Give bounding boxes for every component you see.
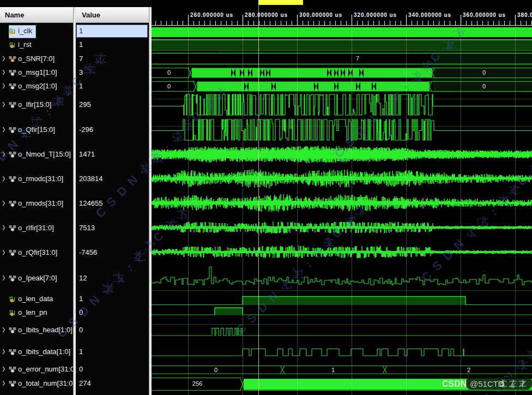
- svg-text:D: D: [114, 183, 130, 199]
- svg-text:D: D: [440, 247, 456, 263]
- svg-text:@51CTO: @51CTO: [470, 379, 504, 388]
- svg-text:C: C: [515, 173, 530, 189]
- svg-text:C: C: [69, 74, 84, 89]
- svg-text:C: C: [150, 229, 166, 245]
- svg-text:N: N: [364, 113, 379, 129]
- svg-text:C: C: [331, 145, 347, 160]
- svg-text:C: C: [329, 225, 345, 241]
- svg-text:C: C: [233, 321, 249, 337]
- svg-text:D: D: [76, 303, 92, 319]
- svg-text:C: C: [189, 109, 204, 125]
- svg-text:S: S: [104, 194, 119, 210]
- svg-text:N: N: [451, 237, 467, 253]
- svg-text:S: S: [342, 134, 358, 149]
- svg-text:C: C: [427, 49, 443, 65]
- svg-text:S: S: [244, 310, 259, 326]
- svg-text:D: D: [255, 300, 270, 315]
- svg-text:CSDN: CSDN: [442, 379, 467, 388]
- svg-text:C: C: [93, 205, 108, 220]
- svg-text:C: C: [55, 325, 70, 340]
- svg-text:C: C: [419, 268, 434, 284]
- svg-text:N: N: [265, 289, 281, 305]
- svg-text:N: N: [125, 173, 141, 189]
- svg-text:S: S: [65, 314, 81, 330]
- svg-text:D: D: [353, 123, 368, 139]
- svg-text:S: S: [430, 258, 445, 273]
- svg-text:S: S: [480, 391, 495, 395]
- svg-text:N: N: [5, 137, 21, 153]
- svg-text:N: N: [87, 293, 102, 309]
- svg-text:D: D: [0, 148, 10, 164]
